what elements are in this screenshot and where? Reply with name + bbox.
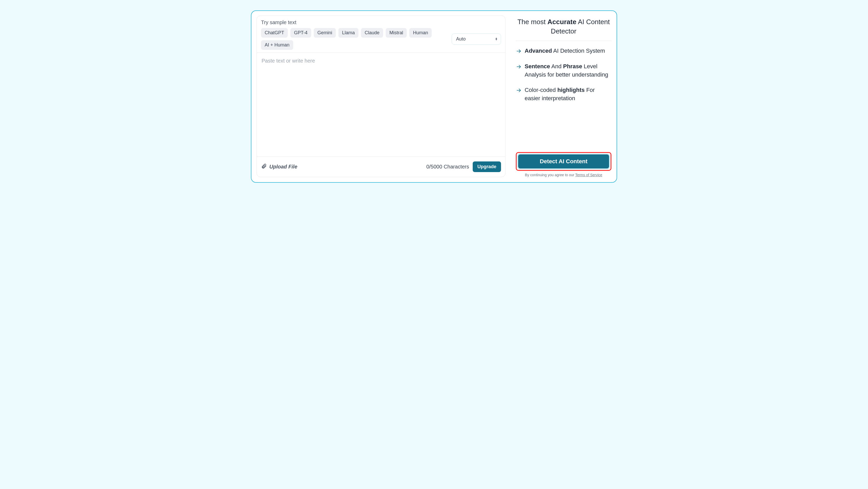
input-box: Try sample text ChatGPT GPT-4 Gemini Lla… [257,15,505,177]
cta-area: Detect AI Content By continuing you agre… [516,152,611,177]
upload-file-label: Upload File [269,164,298,170]
feature-item: Color-coded highlights For easier interp… [516,86,611,102]
language-select-value: Auto [456,36,466,41]
samples-header: Try sample text ChatGPT GPT-4 Gemini Lla… [257,16,505,53]
sample-chip-human[interactable]: Human [409,28,432,38]
sample-chip-gpt4[interactable]: GPT-4 [290,28,311,38]
feature-text: Sentence And Phrase Level Analysis for b… [525,62,611,79]
sample-chip-gemini[interactable]: Gemini [314,28,336,38]
headline: The most Accurate AI Content Detector [516,17,611,41]
samples-title: Try sample text [261,20,501,26]
sample-chip-ai-human[interactable]: AI + Human [261,40,293,50]
feature-item: Sentence And Phrase Level Analysis for b… [516,62,611,79]
features-list: Advanced AI Detection System Sentence An… [516,41,611,102]
upgrade-button[interactable]: Upgrade [473,161,501,172]
detect-button[interactable]: Detect AI Content [518,155,609,168]
sample-chip-llama[interactable]: Llama [338,28,359,38]
language-select[interactable]: Auto ▲▼ [452,33,501,45]
char-counter: 0/5000 Characters [426,164,469,170]
samples-row: ChatGPT GPT-4 Gemini Llama Claude Mistra… [261,28,501,50]
feature-text: Color-coded highlights For easier interp… [525,86,611,102]
sample-chip-mistral[interactable]: Mistral [386,28,407,38]
feature-text: Advanced AI Detection System [525,47,605,55]
arrow-right-icon [516,64,522,70]
content-textarea[interactable] [257,53,505,157]
sample-chip-claude[interactable]: Claude [361,28,383,38]
arrow-right-icon [516,48,522,54]
arrow-right-icon [516,88,522,93]
upload-file-button[interactable]: Upload File [261,163,298,170]
chevron-up-down-icon: ▲▼ [495,37,498,40]
bottom-bar: Upload File 0/5000 Characters Upgrade [257,157,505,177]
sample-chip-chatgpt[interactable]: ChatGPT [261,28,288,38]
tos-note: By continuing you agree to our Terms of … [516,173,611,177]
feature-item: Advanced AI Detection System [516,47,611,55]
tos-link[interactable]: Terms of Service [575,173,602,177]
left-pane: Try sample text ChatGPT GPT-4 Gemini Lla… [251,11,510,182]
detector-card: Try sample text ChatGPT GPT-4 Gemini Lla… [251,10,617,183]
right-pane: The most Accurate AI Content Detector Ad… [510,11,617,182]
cta-highlight-box: Detect AI Content [516,152,611,171]
paperclip-icon [261,163,267,170]
sample-chips: ChatGPT GPT-4 Gemini Llama Claude Mistra… [261,28,449,50]
